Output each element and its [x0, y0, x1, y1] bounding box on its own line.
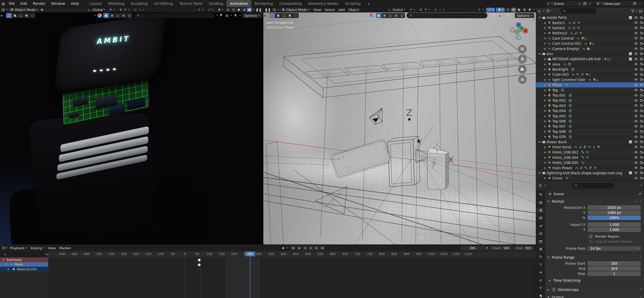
hide-viewport-toggle[interactable]: [634, 62, 638, 66]
brush-stamp-button[interactable]: [399, 13, 405, 18]
hide-viewport-toggle[interactable]: [634, 109, 638, 113]
expand-caret-icon[interactable]: ▶: [543, 115, 547, 117]
outliner-row[interactable]: ▼Env: [536, 51, 644, 56]
hide-viewport-toggle[interactable]: [634, 150, 638, 154]
disable-render-toggle[interactable]: [639, 176, 643, 180]
outliner-row[interactable]: ▼lightning-bolt-black-shape-svgrepo-com.…: [536, 170, 644, 176]
navigation-gizmo[interactable]: Z X Y: [509, 22, 529, 41]
disable-render-toggle[interactable]: [639, 26, 643, 30]
expand-caret-icon[interactable]: ▶: [7, 268, 11, 270]
properties-tab-material[interactable]: [537, 293, 544, 298]
expand-caret-icon[interactable]: ▶: [543, 84, 547, 86]
timeline-ruler[interactable]: -500-450-400-350-300-250-200-150-100-500…: [48, 251, 536, 258]
outliner-row[interactable]: ▶batter2: [536, 25, 644, 30]
material-preview-ball-icon[interactable]: [97, 13, 102, 18]
copy-attributes-icon[interactable]: [225, 13, 229, 18]
expand-caret-icon[interactable]: ▼: [538, 16, 542, 19]
brush-world-button[interactable]: [393, 13, 399, 18]
properties-tab-constraints[interactable]: [537, 277, 544, 283]
gizmo-y-axis[interactable]: Y: [519, 26, 524, 31]
properties-tab-modifiers[interactable]: [537, 254, 544, 260]
tab-scripting[interactable]: Scripting: [342, 0, 364, 7]
properties-tab-physics[interactable]: [537, 270, 544, 275]
jump-next-keyframe-button[interactable]: [314, 246, 319, 250]
select-tweak-button[interactable]: [6, 13, 12, 18]
hide-viewport-toggle[interactable]: [634, 130, 638, 134]
outliner-row[interactable]: ▶Plane: [536, 82, 644, 87]
pan-hand-button[interactable]: [518, 55, 527, 64]
expand-caret-icon[interactable]: ▶: [543, 130, 547, 133]
field-value[interactable]: 100%: [588, 215, 641, 220]
sidebar-expand-icon[interactable]: ‹: [261, 11, 262, 14]
disable-render-toggle[interactable]: [639, 21, 643, 25]
outliner-filter-id-icon[interactable]: [546, 9, 550, 13]
frame-rate-dropdown[interactable]: 24 fps: [588, 246, 641, 251]
disable-render-toggle[interactable]: [639, 119, 643, 123]
properties-tab-object[interactable]: [537, 246, 544, 252]
expand-caret-icon[interactable]: ▶: [543, 135, 547, 138]
select-lasso-button[interactable]: [24, 13, 29, 18]
select-mode-dropdown[interactable]: [29, 13, 35, 18]
hide-viewport-toggle[interactable]: [634, 135, 638, 139]
expand-caret-icon[interactable]: ▶: [543, 79, 547, 81]
disable-render-toggle[interactable]: [639, 124, 643, 128]
outliner-row[interactable]: ▶Batter1: [536, 20, 644, 25]
tab-rendering[interactable]: Rendering: [251, 0, 276, 7]
disable-render-toggle[interactable]: [639, 72, 643, 76]
disable-render-toggle[interactable]: [639, 83, 643, 87]
expand-caret-icon[interactable]: ▶: [543, 32, 547, 34]
properties-tab-viewlayer[interactable]: [537, 215, 544, 221]
hide-viewport-toggle[interactable]: [634, 119, 638, 123]
pin-icon[interactable]: [578, 2, 582, 6]
properties-tab-collection[interactable]: [537, 239, 544, 244]
playhead[interactable]: [250, 251, 250, 298]
disable-render-toggle[interactable]: [639, 155, 643, 160]
panel-options-icon[interactable]: ⠿: [640, 288, 642, 291]
expand-caret-icon[interactable]: ▶: [543, 161, 547, 164]
disable-render-toggle[interactable]: [639, 145, 643, 149]
properties-tab-scene[interactable]: [537, 223, 544, 229]
toolbar-expand-icon[interactable]: ▸: [1, 14, 3, 17]
outliner-row[interactable]: ▶light Conmtrol Side4: [536, 77, 644, 82]
view-layer-selector[interactable]: ViewLayer: [595, 1, 643, 7]
brush-circle-button[interactable]: [382, 13, 388, 18]
gizmo-y-neg[interactable]: [514, 29, 520, 35]
outliner-row[interactable]: ▶Top.004: [536, 108, 644, 113]
outliner-row[interactable]: ▶Holes_USB.005: [536, 160, 644, 165]
field-value[interactable]: 165: [588, 261, 641, 266]
copy-attributes-icon[interactable]: [497, 13, 502, 18]
properties-tab-render[interactable]: [537, 200, 544, 206]
field-value[interactable]: 1920 px: [588, 205, 641, 210]
collection-checkbox[interactable]: [628, 15, 632, 20]
panel-options-icon[interactable]: ≔ ⠿: [635, 200, 642, 203]
expand-caret-icon[interactable]: ▶: [543, 146, 547, 148]
field-value[interactable]: 1080 px: [588, 210, 641, 215]
time-stretching-subpanel[interactable]: ▶Time Stretching: [545, 278, 644, 283]
annotate-flag-icon[interactable]: [219, 13, 223, 18]
hide-viewport-toggle[interactable]: [634, 104, 638, 108]
disable-render-toggle[interactable]: [639, 150, 643, 154]
hide-viewport-toggle[interactable]: [634, 155, 638, 160]
hide-viewport-toggle[interactable]: [634, 161, 638, 165]
channel-material-050[interactable]: ▶Material.050: [0, 267, 55, 272]
outliner-row[interactable]: ▶Camera Emptyt: [536, 46, 644, 51]
outliner-row[interactable]: ▶Top.001: [536, 93, 644, 98]
frame-range-panel-header[interactable]: ▼Frame Range ⠿: [545, 254, 644, 261]
tool-settings-chevron[interactable]: [367, 15, 368, 16]
options-button[interactable]: Options: [242, 13, 262, 18]
disable-render-toggle[interactable]: [639, 104, 643, 108]
hide-viewport-toggle[interactable]: [634, 67, 638, 71]
outliner-row[interactable]: ▶Holes_USB.004: [536, 155, 644, 160]
outliner-row[interactable]: ▶Top.005: [536, 113, 644, 118]
properties-search-field[interactable]: [572, 183, 614, 188]
filter-funnel-icon[interactable]: [506, 13, 510, 18]
expand-caret-icon[interactable]: ▶: [543, 73, 547, 76]
select-mode-dropdown[interactable]: [293, 13, 299, 18]
expand-caret-icon[interactable]: ▼: [2, 258, 6, 261]
camera-view-button[interactable]: [518, 65, 527, 74]
timeline-menu-marker[interactable]: Marker: [58, 246, 73, 250]
disable-render-toggle[interactable]: [639, 15, 643, 20]
disable-render-toggle[interactable]: [639, 41, 643, 45]
hide-viewport-toggle[interactable]: [634, 140, 638, 144]
disable-render-toggle[interactable]: [639, 98, 643, 102]
